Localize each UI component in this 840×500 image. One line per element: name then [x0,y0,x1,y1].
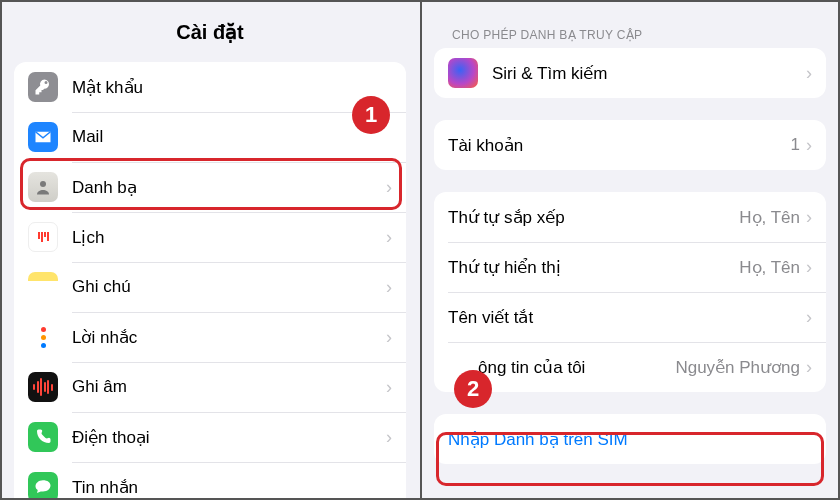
settings-row-notes[interactable]: Ghi chú › [14,262,406,312]
row-label: Thứ tự hiển thị [448,257,739,278]
messages-icon [28,472,58,500]
row-siri[interactable]: Siri & Tìm kiếm › [434,48,826,98]
row-value: Họ, Tên [739,207,800,228]
calendar-icon [28,222,58,252]
settings-row-messages[interactable]: Tin nhắn [14,462,406,500]
row-value: 1 [791,135,800,155]
import-sim-group: Nhập Danh bạ trên SIM [434,414,826,464]
key-icon [28,72,58,102]
row-label: Ghi chú [72,277,386,297]
settings-row-contacts[interactable]: Danh bạ › [14,162,406,212]
chevron-right-icon: › [806,63,812,84]
voice-memo-icon [28,372,58,402]
row-import-sim[interactable]: Nhập Danh bạ trên SIM [434,414,826,464]
row-label: Thứ tự sắp xếp [448,207,739,228]
siri-group: Siri & Tìm kiếm › [434,48,826,98]
row-label: Tin nhắn [72,477,392,498]
row-label: Mail [72,127,392,147]
row-label: Nhập Danh bạ trên SIM [448,429,812,450]
options-group: Thứ tự sắp xếp Họ, Tên › Thứ tự hiển thị… [434,192,826,392]
chevron-right-icon: › [806,207,812,228]
row-label: Tên viết tắt [448,307,806,328]
contacts-icon [28,172,58,202]
panel-divider [420,0,422,500]
settings-row-passwords[interactable]: Mật khẩu [14,62,406,112]
reminders-icon [28,322,58,352]
row-accounts[interactable]: Tài khoản 1 › [434,120,826,170]
row-label: ông tin của tôi [448,357,675,378]
notes-icon [28,272,58,302]
chevron-right-icon: › [386,177,392,198]
chevron-right-icon: › [386,277,392,298]
settings-row-reminders[interactable]: Lời nhắc › [14,312,406,362]
row-label: Danh bạ [72,177,386,198]
settings-group: Mật khẩu Mail Danh bạ › Lịch › Ghi chú [14,62,406,500]
settings-row-voicememos[interactable]: Ghi âm › [14,362,406,412]
settings-row-mail[interactable]: Mail [14,112,406,162]
chevron-right-icon: › [806,257,812,278]
row-label: Lời nhắc [72,327,386,348]
mail-icon [28,122,58,152]
siri-icon [448,58,478,88]
row-label: Ghi âm [72,377,386,397]
row-my-info[interactable]: ông tin của tôi Nguyễn Phương › [434,342,826,392]
row-label: Điện thoại [72,427,386,448]
row-value: Nguyễn Phương [675,357,800,378]
chevron-right-icon: › [806,135,812,156]
row-value: Họ, Tên [739,257,800,278]
row-label: Mật khẩu [72,77,392,98]
accounts-group: Tài khoản 1 › [434,120,826,170]
row-label: Tài khoản [448,135,791,156]
row-label: Siri & Tìm kiếm [492,63,806,84]
settings-left-panel: Cài đặt Mật khẩu Mail Danh bạ › Lịc [0,0,420,500]
row-display-order[interactable]: Thứ tự hiển thị Họ, Tên › [434,242,826,292]
chevron-right-icon: › [386,327,392,348]
page-title: Cài đặt [14,10,406,62]
chevron-right-icon: › [386,427,392,448]
row-label: Lịch [72,227,386,248]
chevron-right-icon: › [806,307,812,328]
settings-row-calendar[interactable]: Lịch › [14,212,406,262]
row-short-name[interactable]: Tên viết tắt › [434,292,826,342]
chevron-right-icon: › [386,227,392,248]
section-header: CHO PHÉP DANH BẠ TRUY CẬP [434,20,826,48]
row-sort-order[interactable]: Thứ tự sắp xếp Họ, Tên › [434,192,826,242]
phone-icon [28,422,58,452]
svg-point-0 [40,181,46,187]
chevron-right-icon: › [806,357,812,378]
settings-row-phone[interactable]: Điện thoại › [14,412,406,462]
contacts-settings-panel: CHO PHÉP DANH BẠ TRUY CẬP Siri & Tìm kiế… [420,0,840,500]
chevron-right-icon: › [386,377,392,398]
